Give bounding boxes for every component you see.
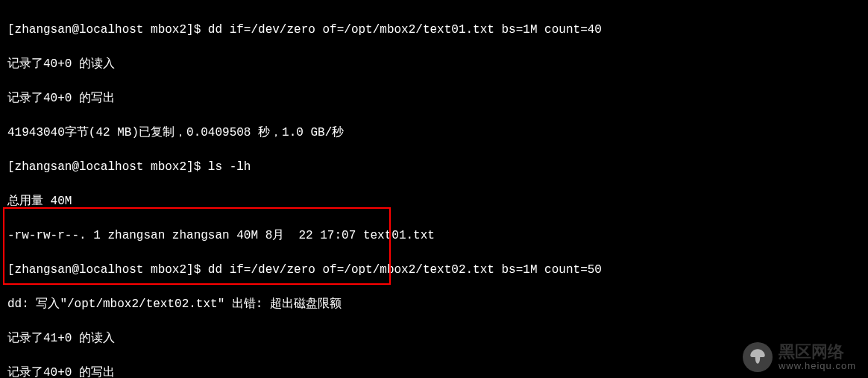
terminal-line: 总用量 40M [7, 193, 861, 210]
terminal-line: 记录了40+0 的读入 [7, 56, 861, 73]
shell-prompt: [zhangsan@localhost mbox2]$ [7, 23, 208, 37]
terminal-output[interactable]: [zhangsan@localhost mbox2]$ dd if=/dev/z… [0, 0, 868, 378]
terminal-line: 记录了41+0 的读入 [7, 330, 861, 347]
terminal-line: dd: 写入"/opt/mbox2/text02.txt" 出错: 超出磁盘限额 [7, 296, 861, 313]
mushroom-icon [743, 342, 773, 372]
command-text: dd if=/dev/zero of=/opt/mbox2/text02.txt… [208, 263, 602, 277]
shell-prompt: [zhangsan@localhost mbox2]$ [7, 263, 208, 277]
terminal-line: [zhangsan@localhost mbox2]$ dd if=/dev/z… [7, 262, 861, 279]
watermark: 黑区网络 www.heiqu.com [743, 342, 856, 372]
watermark-url: www.heiqu.com [779, 361, 856, 371]
command-text: ls -lh [208, 160, 251, 174]
terminal-line: 记录了40+0 的写出 [7, 365, 861, 378]
terminal-line: -rw-rw-r--. 1 zhangsan zhangsan 40M 8月 2… [7, 227, 861, 245]
watermark-title: 黑区网络 [779, 343, 856, 361]
terminal-line: 记录了40+0 的写出 [7, 90, 861, 107]
command-text: dd if=/dev/zero of=/opt/mbox2/text01.txt… [208, 23, 602, 37]
terminal-line: [zhangsan@localhost mbox2]$ dd if=/dev/z… [7, 22, 861, 39]
shell-prompt: [zhangsan@localhost mbox2]$ [7, 160, 208, 174]
terminal-line: 41943040字节(42 MB)已复制，0.0409508 秒，1.0 GB/… [7, 125, 861, 142]
terminal-line: [zhangsan@localhost mbox2]$ ls -lh [7, 159, 861, 176]
